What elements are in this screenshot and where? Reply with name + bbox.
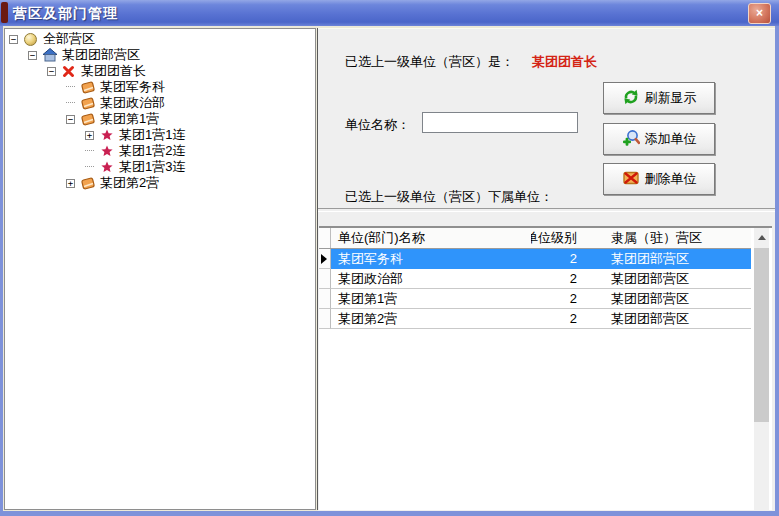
- window-border-right: [775, 26, 779, 516]
- column-header-unit-level[interactable]: 单位级别: [531, 228, 591, 248]
- refresh-button[interactable]: 刷新显示: [603, 82, 715, 114]
- table-header-gutter: [319, 228, 331, 248]
- refresh-icon: [622, 88, 640, 109]
- cell-camp[interactable]: 某团团部营区: [591, 249, 751, 269]
- window-border-bottom: [0, 511, 779, 516]
- cell-unit-name[interactable]: 某团第1营: [331, 289, 531, 309]
- table-row[interactable]: 某团第2营2某团团部营区: [319, 309, 751, 329]
- unit-name-label: 单位名称：: [345, 116, 410, 134]
- tree-item[interactable]: 某团1营2连: [5, 143, 315, 159]
- title-bar: 营区及部门管理 ×: [0, 0, 779, 26]
- window-icon: [1, 2, 8, 23]
- close-button[interactable]: ×: [748, 3, 771, 24]
- tree-item[interactable]: +某团1营1连: [5, 127, 315, 143]
- house-icon: [41, 48, 58, 63]
- department-book-icon: [79, 112, 96, 127]
- cell-unit-level[interactable]: 2: [531, 309, 591, 329]
- delete-unit-button[interactable]: 删除单位: [603, 163, 715, 195]
- scrollbar-thumb[interactable]: [754, 248, 769, 422]
- table-header-row: 单位(部门)名称 单位级别 隶属（驻）营区: [319, 228, 751, 249]
- tree-item[interactable]: −全部营区: [5, 31, 315, 47]
- commander-x-icon: [60, 64, 77, 79]
- cell-camp[interactable]: 某团团部营区: [591, 269, 751, 289]
- tree-item[interactable]: 某团1营3连: [5, 159, 315, 175]
- column-header-unit-name[interactable]: 单位(部门)名称: [331, 228, 531, 248]
- table-row[interactable]: 某团政治部2某团团部营区: [319, 269, 751, 289]
- cell-unit-name[interactable]: 某团第2营: [331, 309, 531, 329]
- row-selector-gutter[interactable]: [319, 249, 331, 269]
- cell-camp[interactable]: 某团团部营区: [591, 309, 751, 329]
- department-book-icon: [79, 96, 96, 111]
- row-selector-gutter[interactable]: [319, 289, 331, 309]
- tree-item[interactable]: −某团团首长: [5, 63, 315, 79]
- add-unit-button[interactable]: 添加单位: [603, 123, 715, 155]
- row-selector-gutter[interactable]: [319, 269, 331, 289]
- tree-item[interactable]: 某团政治部: [5, 95, 315, 111]
- tree-connector: [66, 86, 75, 88]
- row-selector-gutter[interactable]: [319, 309, 331, 329]
- tree-item[interactable]: −某团第1营: [5, 111, 315, 127]
- table-row[interactable]: 某团军务科2某团团部营区: [319, 249, 751, 269]
- tree-item[interactable]: +某团第2营: [5, 175, 315, 191]
- subunits-label: 已选上一级单位（营区）下属单位：: [345, 188, 553, 206]
- tree-connector: [66, 102, 75, 104]
- delete-unit-icon: [622, 169, 640, 190]
- cell-unit-level[interactable]: 2: [531, 249, 591, 269]
- expand-toggle-minus[interactable]: −: [28, 51, 37, 60]
- section-separator: [318, 208, 775, 212]
- refresh-button-label: 刷新显示: [645, 89, 697, 107]
- globe-icon: [22, 32, 39, 47]
- tree-item[interactable]: 某团军务科: [5, 79, 315, 95]
- column-header-camp[interactable]: 隶属（驻）营区: [591, 228, 751, 248]
- window-border-left: [0, 26, 3, 516]
- add-unit-button-label: 添加单位: [645, 130, 697, 148]
- org-tree-panel: −全部营区−某团团部营区−某团团首长某团军务科某团政治部−某团第1营+某团1营1…: [4, 28, 316, 510]
- tree-item-label: 某团第2营: [100, 174, 159, 192]
- tree-connector: [85, 166, 94, 168]
- unit-name-input[interactable]: [422, 112, 578, 133]
- table-row[interactable]: 某团第1营2某团团部营区: [319, 289, 751, 309]
- current-record-arrow-icon: [321, 254, 327, 264]
- tree-connector: [85, 150, 94, 152]
- cell-unit-name[interactable]: 某团政治部: [331, 269, 531, 289]
- table-scrollbar[interactable]: [754, 228, 769, 510]
- tree-item[interactable]: −某团团部营区: [5, 47, 315, 63]
- cell-unit-level[interactable]: 2: [531, 269, 591, 289]
- company-star-icon: [98, 160, 115, 175]
- expand-toggle-plus[interactable]: +: [85, 131, 94, 140]
- selected-parent-value: 某团团首长: [532, 53, 597, 71]
- selected-parent-label: 已选上一级单位（营区）是：: [345, 53, 514, 71]
- add-unit-icon: [622, 129, 640, 150]
- cell-unit-level[interactable]: 2: [531, 289, 591, 309]
- expand-toggle-plus[interactable]: +: [66, 179, 75, 188]
- department-book-icon: [79, 176, 96, 191]
- detail-panel: 已选上一级单位（营区）是： 某团团首长 单位名称： 已选上一级单位（营区）下属单…: [318, 28, 775, 511]
- cell-unit-name[interactable]: 某团军务科: [331, 249, 531, 269]
- company-star-icon: [98, 144, 115, 159]
- expand-toggle-minus[interactable]: −: [47, 67, 56, 76]
- expand-toggle-minus[interactable]: −: [66, 115, 75, 124]
- scroll-up-icon[interactable]: [754, 228, 769, 247]
- expand-toggle-minus[interactable]: −: [9, 35, 18, 44]
- subunits-table: 单位(部门)名称 单位级别 隶属（驻）营区 某团军务科2某团团部营区某团政治部2…: [319, 226, 772, 510]
- company-star-icon: [98, 128, 115, 143]
- cell-camp[interactable]: 某团团部营区: [591, 289, 751, 309]
- window-title: 营区及部门管理: [13, 5, 118, 23]
- department-book-icon: [79, 80, 96, 95]
- delete-unit-button-label: 删除单位: [645, 170, 697, 188]
